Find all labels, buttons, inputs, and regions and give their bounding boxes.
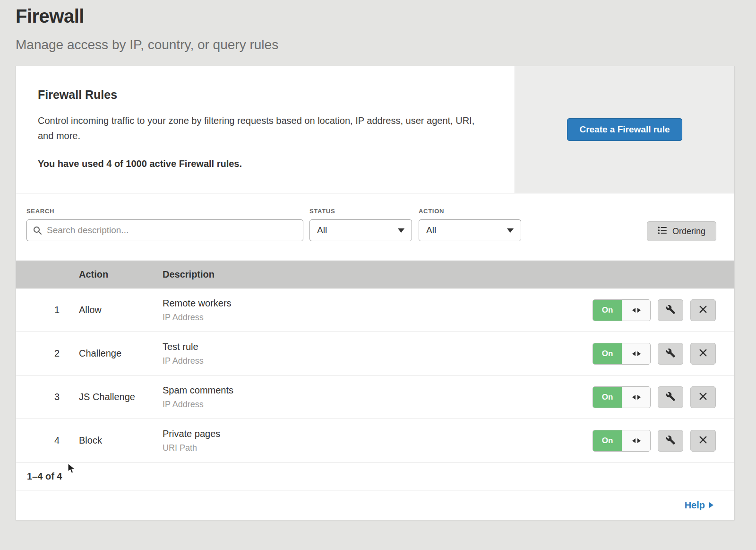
rule-subtitle: URI Path [163,443,583,453]
toggle-on-label: On [593,343,622,364]
toggle-arrows-icon [622,387,650,408]
rules-usage: You have used 4 of 1000 active Firewall … [38,158,496,169]
delete-rule-button[interactable] [690,386,716,408]
rule-action: JS Challenge [68,392,163,402]
rule-title: Spam comments [163,385,583,396]
rule-enabled-toggle[interactable]: On [593,343,651,365]
rules-intro-section: Firewall Rules Control incoming traffic … [16,66,734,193]
status-value: All [317,225,327,236]
list-icon [658,226,667,237]
rule-enabled-toggle[interactable]: On [593,299,651,321]
edit-rule-button[interactable] [658,299,683,321]
wrench-icon [666,435,676,446]
status-select[interactable]: All [309,219,412,241]
action-filter: ACTION All [419,208,521,241]
page-subtitle: Manage access by IP, country, or query r… [16,37,740,52]
search-icon [33,226,42,237]
ordering-button-label: Ordering [672,227,705,236]
rule-number: 3 [16,392,68,402]
rule-action: Block [68,435,163,446]
filters-bar: SEARCH STATUS All ACTION All [16,193,734,261]
rules-description: Control incoming traffic to your zone by… [38,113,487,143]
page-header: Firewall Manage access by IP, country, o… [0,0,756,52]
x-icon [699,349,707,358]
delete-rule-button[interactable] [690,343,716,365]
rule-subtitle: IP Address [163,400,583,410]
chevron-right-icon [709,502,713,508]
search-filter: SEARCH [26,208,303,241]
search-input[interactable] [26,219,303,241]
column-header-description: Description [163,269,583,280]
edit-rule-button[interactable] [658,386,683,408]
toggle-on-label: On [593,387,622,408]
rule-title: Remote workers [163,298,583,309]
action-value: All [426,225,436,236]
rules-intro-text: Firewall Rules Control incoming traffic … [16,66,515,193]
create-firewall-rule-button[interactable]: Create a Firewall rule [567,118,682,141]
rule-enabled-toggle[interactable]: On [593,430,651,452]
firewall-page: Firewall Manage access by IP, country, o… [0,0,756,520]
rule-action: Allow [68,305,163,315]
toggle-on-label: On [593,300,622,321]
action-label: ACTION [419,208,521,215]
edit-rule-button[interactable] [658,430,683,452]
edit-rule-button[interactable] [658,343,683,365]
rules-intro-side-panel: Create a Firewall rule [515,66,734,193]
rule-subtitle: IP Address [163,313,583,323]
status-filter: STATUS All [309,208,412,241]
table-row: 1 Allow Remote workers IP Address On [16,288,734,332]
delete-rule-button[interactable] [690,299,716,321]
rule-title: Test rule [163,341,583,352]
chevron-down-icon [398,228,404,233]
toggle-arrows-icon [622,343,650,364]
ordering-button[interactable]: Ordering [647,221,716,241]
card-footer: Help [16,490,734,520]
x-icon [699,305,707,315]
rule-number: 2 [16,348,68,359]
firewall-rules-card: Firewall Rules Control incoming traffic … [16,66,735,520]
page-title: Firewall [16,6,740,27]
rule-title: Private pages [163,428,583,439]
x-icon [699,392,707,402]
column-header-action: Action [68,269,163,280]
toggle-arrows-icon [622,300,650,321]
wrench-icon [666,305,676,316]
search-label: SEARCH [26,208,303,215]
rule-enabled-toggle[interactable]: On [593,386,651,408]
rule-action: Challenge [68,348,163,359]
status-label: STATUS [309,208,412,215]
rules-heading: Firewall Rules [38,88,496,102]
wrench-icon [666,392,676,403]
help-link[interactable]: Help [685,500,713,511]
chevron-down-icon [507,228,514,233]
toggle-arrows-icon [622,430,650,451]
action-select[interactable]: All [419,219,521,241]
table-row: 2 Challenge Test rule IP Address On [16,332,734,375]
pagination-status: 1–4 of 4 [16,463,734,490]
table-row: 3 JS Challenge Spam comments IP Address … [16,375,734,419]
rule-number: 4 [16,435,68,446]
help-link-label: Help [685,500,705,511]
table-header: Action Description [16,261,734,288]
toggle-on-label: On [593,430,622,451]
wrench-icon [666,348,676,359]
rule-number: 1 [16,305,68,315]
x-icon [699,436,707,445]
delete-rule-button[interactable] [690,430,716,452]
rule-subtitle: IP Address [163,356,583,366]
table-row: 4 Block Private pages URI Path On [16,419,734,463]
